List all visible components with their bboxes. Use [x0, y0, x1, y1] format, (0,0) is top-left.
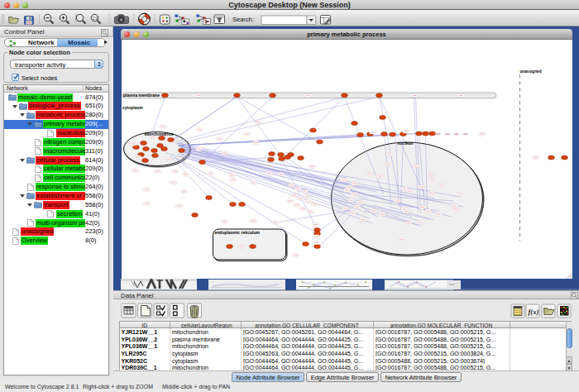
svg-text:Search:: Search: [232, 16, 254, 23]
svg-text:endoplasmic reticulum: endoplasmic reticulum [214, 230, 260, 235]
svg-text:1:1: 1:1 [93, 17, 98, 21]
svg-text:cytoplasm: cytoplasm [122, 105, 143, 110]
svg-text:f(x): f(x) [529, 308, 539, 316]
svg-text:mitochondrion: mitochondrion [144, 131, 173, 136]
svg-text:unassigned: unassigned [519, 69, 541, 74]
svg-text:plasma membrane: plasma membrane [123, 93, 160, 98]
